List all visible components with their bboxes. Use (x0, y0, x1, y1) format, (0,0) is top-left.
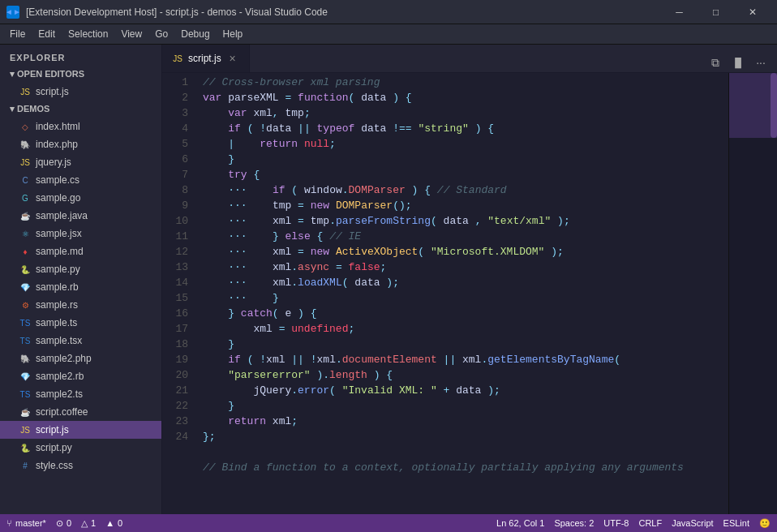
file-sample-rb[interactable]: 💎 sample.rb (0, 278, 161, 296)
file-sample-md[interactable]: ♦ sample.md (0, 242, 161, 260)
git-branch[interactable]: ⑂ master* (6, 518, 46, 528)
file-script-js[interactable]: JS script.js (0, 421, 161, 439)
editor-area: Explorer ▾ OPEN EDITORS JS script.js ▾ D… (0, 45, 777, 514)
file-sample-cs[interactable]: C sample.cs (0, 171, 161, 189)
file-jquery-js[interactable]: JS jquery.js (0, 153, 161, 171)
file-name: sample.go (36, 192, 80, 204)
file-name: script.py (36, 442, 72, 453)
line-numbers: 12345 678910 1112131415 1617181920 21222… (162, 73, 195, 514)
menu-debug[interactable]: Debug (174, 27, 216, 41)
file-index-html[interactable]: ◇ index.html (0, 118, 161, 135)
minimap (728, 73, 777, 514)
spaces-label: Spaces: 2 (554, 518, 594, 528)
rb-icon: 💎 (19, 281, 31, 293)
editor-wrapper[interactable]: 12345 678910 1112131415 1617181920 21222… (162, 73, 728, 514)
editor-panel: JS script.js × ⧉ ▐▌ ··· 12345 678910 111… (162, 45, 777, 514)
editor-with-minimap: 12345 678910 1112131415 1617181920 21222… (162, 73, 777, 514)
tab-script-js[interactable]: JS script.js × (162, 45, 250, 72)
file-sample2-php[interactable]: 🐘 sample2.php (0, 350, 161, 367)
indentation[interactable]: Spaces: 2 (554, 518, 594, 528)
eslint-status[interactable]: ESLint (723, 518, 749, 528)
file-sample2-rb[interactable]: 💎 sample2.rb (0, 367, 161, 385)
ts2-icon: TS (19, 388, 31, 400)
file-sample-tsx[interactable]: TS sample.tsx (0, 332, 161, 350)
file-script-coffee[interactable]: ☕ script.coffee (0, 403, 161, 421)
menu-edit[interactable]: Edit (32, 27, 62, 41)
language-mode[interactable]: JavaScript (672, 518, 713, 528)
file-name: sample2.rb (36, 371, 84, 382)
warning-label: 1 (91, 518, 96, 528)
line-ending[interactable]: CRLF (638, 518, 662, 528)
file-index-php[interactable]: 🐘 index.php (0, 135, 161, 153)
tab-js-icon: JS (172, 53, 183, 64)
language-label: JavaScript (672, 518, 713, 528)
file-script-py[interactable]: 🐍 script.py (0, 439, 161, 457)
status-bar-left: ⑂ master* ⊙ 0 △ 1 ▲ 0 (6, 518, 122, 529)
minimize-button[interactable]: ─ (661, 0, 698, 24)
file-sample-rs[interactable]: ⚙ sample.rs (0, 296, 161, 314)
menu-go[interactable]: Go (148, 27, 174, 41)
menu-help[interactable]: Help (217, 27, 250, 41)
app-icon: ◄► (6, 6, 19, 19)
title-bar: ◄► [Extension Development Host] - script… (0, 0, 777, 24)
cursor-position[interactable]: Ln 62, Col 1 (496, 518, 544, 528)
rs-icon: ⚙ (19, 299, 31, 311)
more-actions-button[interactable]: ··· (751, 53, 771, 72)
file-name: script.coffee (36, 406, 88, 418)
jsx-icon: ⚛ (19, 228, 31, 239)
coffee-icon: ☕ (19, 406, 31, 418)
file-sample-go[interactable]: G sample.go (0, 189, 161, 207)
file-name: script.js (36, 86, 69, 97)
sidebar-header: Explorer (0, 45, 161, 66)
sidebar: Explorer ▾ OPEN EDITORS JS script.js ▾ D… (0, 45, 162, 514)
menu-file[interactable]: File (3, 27, 32, 41)
branch-icon: ⑂ (6, 518, 12, 528)
js-icon: JS (19, 86, 31, 97)
close-button[interactable]: ✕ (734, 0, 771, 24)
py-icon: 🐍 (19, 264, 31, 275)
emoji-icon: 🙂 (759, 518, 771, 529)
menu-selection[interactable]: Selection (62, 27, 114, 41)
file-name: sample.rb (36, 281, 79, 293)
info-label: 0 (118, 518, 122, 528)
error-count[interactable]: ⊙ 0 (56, 518, 71, 529)
info-count[interactable]: ▲ 0 (105, 518, 122, 528)
tab-close-button[interactable]: × (226, 52, 239, 65)
file-sample-py[interactable]: 🐍 sample.py (0, 260, 161, 278)
scroll-thumb[interactable] (771, 73, 777, 138)
html-icon: ◇ (19, 121, 31, 132)
file-name: style.css (36, 460, 73, 471)
file-name: script.js (36, 424, 69, 435)
warning-count[interactable]: △ 1 (81, 518, 96, 529)
tab-bar: JS script.js × ⧉ ▐▌ ··· (162, 45, 777, 73)
rb2-icon: 💎 (19, 371, 31, 382)
md-icon: ♦ (19, 246, 31, 257)
feedback-emoji[interactable]: 🙂 (759, 518, 771, 529)
file-sample-jsx[interactable]: ⚛ sample.jsx (0, 225, 161, 242)
maximize-button[interactable]: □ (698, 0, 734, 24)
file-sample-ts[interactable]: TS sample.ts (0, 314, 161, 332)
file-sample2-ts[interactable]: TS sample2.ts (0, 385, 161, 403)
file-sample-java[interactable]: ☕ sample.java (0, 207, 161, 225)
eslint-label: ESLint (723, 518, 749, 528)
line-ending-label: CRLF (638, 518, 662, 528)
split-editor-button[interactable]: ⧉ (706, 53, 725, 72)
file-style-css[interactable]: # style.css (0, 457, 161, 474)
code-editor[interactable]: // Cross-browser xml parsing var parseXM… (195, 73, 728, 514)
open-editor-script-js[interactable]: JS script.js (0, 83, 161, 101)
toggle-sidebar-button[interactable]: ▐▌ (728, 53, 748, 72)
section-open-editors[interactable]: ▾ OPEN EDITORS (0, 66, 161, 83)
file-name: sample.ts (36, 317, 77, 328)
file-name: index.php (36, 139, 78, 150)
menu-view[interactable]: View (114, 27, 148, 41)
file-name: sample.cs (36, 174, 79, 186)
section-demos[interactable]: ▾ DEMOS (0, 101, 161, 118)
encoding[interactable]: UTF-8 (603, 518, 629, 528)
ts-icon: TS (19, 317, 31, 328)
encoding-label: UTF-8 (603, 518, 629, 528)
menu-bar: File Edit Selection View Go Debug Help (0, 24, 777, 45)
warning-icon: △ (81, 518, 88, 529)
scroll-track (771, 73, 777, 514)
js-icon: JS (19, 157, 31, 168)
status-bar: ⑂ master* ⊙ 0 △ 1 ▲ 0 Ln 62, Col 1 Space… (0, 514, 777, 532)
